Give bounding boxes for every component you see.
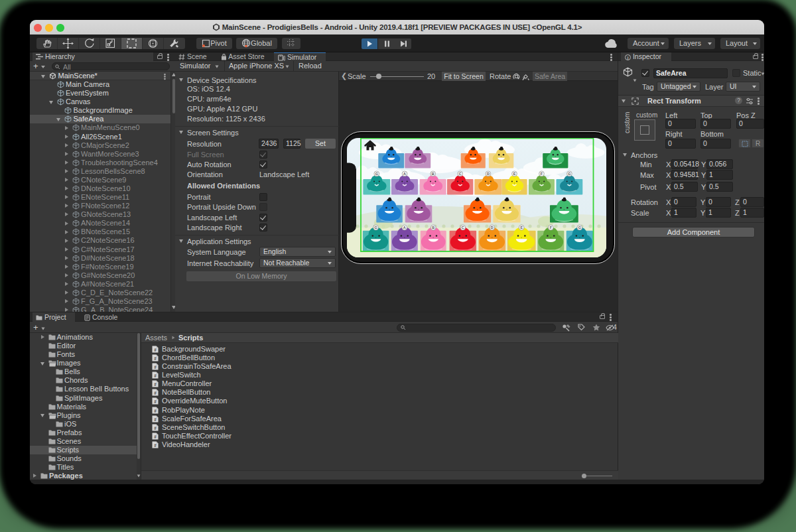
svg-text:#: # (154, 382, 157, 387)
svg-text:#: # (154, 348, 157, 352)
svg-text:D: D (491, 226, 494, 230)
svg-text:E: E (520, 226, 523, 230)
svg-text:C: C (459, 172, 462, 176)
svg-text:#: # (154, 408, 157, 413)
svg-text:B: B (432, 226, 434, 230)
svg-text:G: G (568, 172, 570, 176)
svg-text:E: E (513, 172, 516, 176)
svg-text:#: # (154, 417, 157, 421)
svg-text:G: G (578, 226, 581, 230)
svg-text:G: G (374, 226, 377, 230)
svg-text:#: # (154, 356, 157, 361)
svg-text:B: B (432, 172, 434, 176)
svg-text:#: # (154, 442, 157, 447)
svg-text:C: C (462, 226, 464, 230)
svg-text:D: D (487, 172, 490, 176)
svg-text:#: # (154, 425, 157, 430)
svg-text:#: # (154, 399, 157, 404)
svg-text:A: A (403, 172, 406, 176)
svg-text:#: # (154, 365, 157, 369)
svg-text:#: # (154, 373, 157, 378)
svg-text:#: # (154, 434, 157, 438)
svg-text:#: # (154, 391, 157, 395)
svg-text:G: G (375, 172, 378, 176)
svg-text:A: A (403, 226, 406, 230)
